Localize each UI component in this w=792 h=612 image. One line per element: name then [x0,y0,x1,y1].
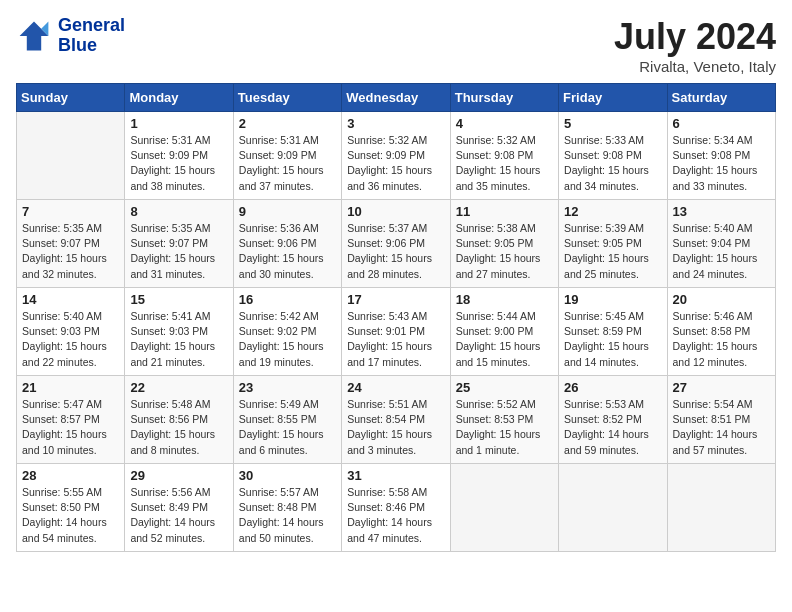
calendar-cell: 1Sunrise: 5:31 AMSunset: 9:09 PMDaylight… [125,112,233,200]
calendar-cell: 26Sunrise: 5:53 AMSunset: 8:52 PMDayligh… [559,376,667,464]
day-number: 5 [564,116,661,131]
calendar-cell [17,112,125,200]
calendar-cell: 7Sunrise: 5:35 AMSunset: 9:07 PMDaylight… [17,200,125,288]
cell-content: Sunrise: 5:53 AMSunset: 8:52 PMDaylight:… [564,397,661,458]
calendar-cell: 14Sunrise: 5:40 AMSunset: 9:03 PMDayligh… [17,288,125,376]
calendar-cell: 25Sunrise: 5:52 AMSunset: 8:53 PMDayligh… [450,376,558,464]
calendar-cell: 19Sunrise: 5:45 AMSunset: 8:59 PMDayligh… [559,288,667,376]
calendar-cell [559,464,667,552]
calendar-header: SundayMondayTuesdayWednesdayThursdayFrid… [17,84,776,112]
calendar-cell: 10Sunrise: 5:37 AMSunset: 9:06 PMDayligh… [342,200,450,288]
calendar-cell: 29Sunrise: 5:56 AMSunset: 8:49 PMDayligh… [125,464,233,552]
calendar-cell: 12Sunrise: 5:39 AMSunset: 9:05 PMDayligh… [559,200,667,288]
calendar-cell: 6Sunrise: 5:34 AMSunset: 9:08 PMDaylight… [667,112,775,200]
cell-content: Sunrise: 5:55 AMSunset: 8:50 PMDaylight:… [22,485,119,546]
calendar-week: 1Sunrise: 5:31 AMSunset: 9:09 PMDaylight… [17,112,776,200]
day-number: 24 [347,380,444,395]
cell-content: Sunrise: 5:31 AMSunset: 9:09 PMDaylight:… [130,133,227,194]
cell-content: Sunrise: 5:51 AMSunset: 8:54 PMDaylight:… [347,397,444,458]
cell-content: Sunrise: 5:40 AMSunset: 9:03 PMDaylight:… [22,309,119,370]
day-number: 3 [347,116,444,131]
cell-content: Sunrise: 5:47 AMSunset: 8:57 PMDaylight:… [22,397,119,458]
logo-text: General Blue [58,16,125,56]
calendar-cell: 30Sunrise: 5:57 AMSunset: 8:48 PMDayligh… [233,464,341,552]
day-number: 2 [239,116,336,131]
day-number: 14 [22,292,119,307]
day-number: 1 [130,116,227,131]
header-day: Sunday [17,84,125,112]
cell-content: Sunrise: 5:39 AMSunset: 9:05 PMDaylight:… [564,221,661,282]
cell-content: Sunrise: 5:41 AMSunset: 9:03 PMDaylight:… [130,309,227,370]
calendar-cell: 20Sunrise: 5:46 AMSunset: 8:58 PMDayligh… [667,288,775,376]
cell-content: Sunrise: 5:49 AMSunset: 8:55 PMDaylight:… [239,397,336,458]
month-year: July 2024 [614,16,776,58]
cell-content: Sunrise: 5:43 AMSunset: 9:01 PMDaylight:… [347,309,444,370]
day-number: 22 [130,380,227,395]
day-number: 9 [239,204,336,219]
calendar-cell: 4Sunrise: 5:32 AMSunset: 9:08 PMDaylight… [450,112,558,200]
calendar-cell: 28Sunrise: 5:55 AMSunset: 8:50 PMDayligh… [17,464,125,552]
cell-content: Sunrise: 5:35 AMSunset: 9:07 PMDaylight:… [130,221,227,282]
day-number: 4 [456,116,553,131]
day-number: 23 [239,380,336,395]
logo-line2: Blue [58,36,125,56]
calendar-cell: 31Sunrise: 5:58 AMSunset: 8:46 PMDayligh… [342,464,450,552]
header-day: Wednesday [342,84,450,112]
cell-content: Sunrise: 5:52 AMSunset: 8:53 PMDaylight:… [456,397,553,458]
day-number: 28 [22,468,119,483]
cell-content: Sunrise: 5:57 AMSunset: 8:48 PMDaylight:… [239,485,336,546]
location: Rivalta, Veneto, Italy [614,58,776,75]
cell-content: Sunrise: 5:44 AMSunset: 9:00 PMDaylight:… [456,309,553,370]
cell-content: Sunrise: 5:56 AMSunset: 8:49 PMDaylight:… [130,485,227,546]
header-row: SundayMondayTuesdayWednesdayThursdayFrid… [17,84,776,112]
cell-content: Sunrise: 5:31 AMSunset: 9:09 PMDaylight:… [239,133,336,194]
calendar-week: 28Sunrise: 5:55 AMSunset: 8:50 PMDayligh… [17,464,776,552]
header-day: Friday [559,84,667,112]
calendar-cell: 11Sunrise: 5:38 AMSunset: 9:05 PMDayligh… [450,200,558,288]
calendar-cell: 13Sunrise: 5:40 AMSunset: 9:04 PMDayligh… [667,200,775,288]
calendar-week: 14Sunrise: 5:40 AMSunset: 9:03 PMDayligh… [17,288,776,376]
day-number: 18 [456,292,553,307]
cell-content: Sunrise: 5:46 AMSunset: 8:58 PMDaylight:… [673,309,770,370]
day-number: 17 [347,292,444,307]
cell-content: Sunrise: 5:42 AMSunset: 9:02 PMDaylight:… [239,309,336,370]
day-number: 10 [347,204,444,219]
day-number: 30 [239,468,336,483]
cell-content: Sunrise: 5:40 AMSunset: 9:04 PMDaylight:… [673,221,770,282]
logo: General Blue [16,16,125,56]
day-number: 13 [673,204,770,219]
header-day: Saturday [667,84,775,112]
cell-content: Sunrise: 5:37 AMSunset: 9:06 PMDaylight:… [347,221,444,282]
day-number: 25 [456,380,553,395]
cell-content: Sunrise: 5:35 AMSunset: 9:07 PMDaylight:… [22,221,119,282]
calendar-cell: 24Sunrise: 5:51 AMSunset: 8:54 PMDayligh… [342,376,450,464]
calendar-cell: 22Sunrise: 5:48 AMSunset: 8:56 PMDayligh… [125,376,233,464]
logo-line1: General [58,16,125,36]
calendar-week: 7Sunrise: 5:35 AMSunset: 9:07 PMDaylight… [17,200,776,288]
day-number: 11 [456,204,553,219]
calendar-cell: 17Sunrise: 5:43 AMSunset: 9:01 PMDayligh… [342,288,450,376]
cell-content: Sunrise: 5:58 AMSunset: 8:46 PMDaylight:… [347,485,444,546]
cell-content: Sunrise: 5:32 AMSunset: 9:09 PMDaylight:… [347,133,444,194]
calendar-cell: 23Sunrise: 5:49 AMSunset: 8:55 PMDayligh… [233,376,341,464]
day-number: 27 [673,380,770,395]
day-number: 8 [130,204,227,219]
header-day: Tuesday [233,84,341,112]
title-block: July 2024 Rivalta, Veneto, Italy [614,16,776,75]
calendar-cell: 2Sunrise: 5:31 AMSunset: 9:09 PMDaylight… [233,112,341,200]
calendar-cell: 9Sunrise: 5:36 AMSunset: 9:06 PMDaylight… [233,200,341,288]
cell-content: Sunrise: 5:45 AMSunset: 8:59 PMDaylight:… [564,309,661,370]
calendar-cell [450,464,558,552]
cell-content: Sunrise: 5:48 AMSunset: 8:56 PMDaylight:… [130,397,227,458]
header-day: Thursday [450,84,558,112]
calendar-cell: 5Sunrise: 5:33 AMSunset: 9:08 PMDaylight… [559,112,667,200]
day-number: 31 [347,468,444,483]
calendar-cell: 27Sunrise: 5:54 AMSunset: 8:51 PMDayligh… [667,376,775,464]
day-number: 29 [130,468,227,483]
header-day: Monday [125,84,233,112]
logo-icon [16,18,52,54]
day-number: 26 [564,380,661,395]
calendar-cell: 16Sunrise: 5:42 AMSunset: 9:02 PMDayligh… [233,288,341,376]
cell-content: Sunrise: 5:54 AMSunset: 8:51 PMDaylight:… [673,397,770,458]
calendar-cell: 21Sunrise: 5:47 AMSunset: 8:57 PMDayligh… [17,376,125,464]
